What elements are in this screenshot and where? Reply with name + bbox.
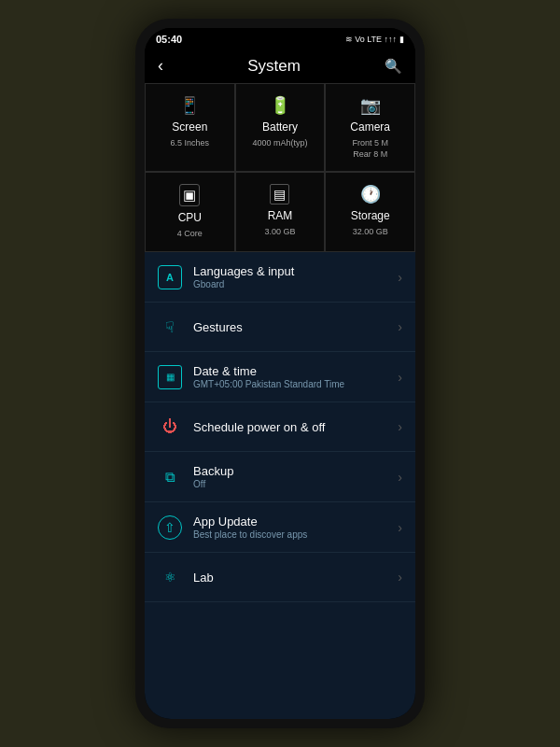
menu-item-datetime[interactable]: ▦ Date & time GMT+05:00 Pakistan Standar… (145, 352, 415, 402)
cpu-title: CPU (178, 211, 202, 224)
screen-title: Screen (172, 120, 207, 134)
screen-value: 6.5 Inches (171, 138, 210, 149)
info-cell-storage[interactable]: 🕐 Storage 32.00 GB (325, 172, 415, 252)
datetime-chevron: › (398, 370, 402, 385)
menu-item-languages[interactable]: A Languages & input Gboard › (145, 252, 415, 303)
menu-item-appupdate[interactable]: ⇧ App Update Best place to discover apps… (145, 502, 415, 553)
battery-value: 4000 mAh(typ) (252, 138, 307, 149)
phone-screen: 05:40 ≋ Vo LTE ↑↑↑ ▮ ‹ System 🔍 📱 Screen… (145, 28, 415, 719)
camera-title: Camera (350, 120, 390, 134)
ram-title: RAM (268, 209, 293, 222)
info-grid: 📱 Screen 6.5 Inches 🔋 Battery 4000 mAh(t… (145, 83, 415, 252)
status-icons: ≋ Vo LTE ↑↑↑ ▮ (345, 35, 404, 44)
notch (272, 28, 288, 45)
schedulepower-chevron: › (398, 419, 402, 434)
status-signal: ≋ Vo LTE ↑↑↑ (345, 35, 397, 44)
languages-title: Languages & input (193, 264, 398, 278)
schedulepower-content: Schedule power on & off (193, 420, 398, 434)
lab-chevron: › (398, 570, 402, 585)
phone-frame: 05:40 ≋ Vo LTE ↑↑↑ ▮ ‹ System 🔍 📱 Screen… (135, 19, 425, 728)
storage-icon: 🕐 (360, 184, 381, 204)
appupdate-title: App Update (193, 514, 398, 529)
backup-title: Backup (193, 464, 398, 478)
menu-item-gestures[interactable]: ☟ Gestures › (145, 303, 415, 352)
info-cell-cpu[interactable]: ▣ CPU 4 Core (145, 172, 235, 252)
appupdate-chevron: › (398, 520, 402, 535)
cpu-value: 4 Core (177, 229, 203, 240)
lab-title: Lab (193, 571, 398, 585)
battery-icon: ▮ (399, 35, 404, 44)
datetime-icon: ▦ (158, 365, 182, 389)
ram-value: 3.00 GB (264, 227, 295, 238)
datetime-sub: GMT+05:00 Pakistan Standard Time (193, 379, 398, 389)
screen-icon: 📱 (179, 95, 200, 116)
search-icon[interactable]: 🔍 (385, 58, 402, 75)
menu-list: A Languages & input Gboard › ☟ Gestures … (145, 252, 415, 719)
camera-icon: 📷 (360, 95, 381, 116)
info-cell-screen[interactable]: 📱 Screen 6.5 Inches (145, 83, 235, 172)
lab-icon: ⚛ (158, 565, 182, 589)
languages-chevron: › (398, 270, 402, 285)
gestures-icon: ☟ (158, 315, 182, 339)
ram-icon: ▤ (270, 184, 289, 204)
backup-icon: ⧉ (158, 465, 182, 489)
languages-sub: Gboard (193, 279, 398, 289)
backup-chevron: › (398, 470, 402, 485)
languages-content: Languages & input Gboard (193, 264, 398, 289)
backup-sub: Off (193, 479, 398, 489)
menu-item-backup[interactable]: ⧉ Backup Off › (145, 452, 415, 502)
gestures-chevron: › (398, 319, 402, 334)
battery-title: Battery (262, 120, 298, 134)
header: ‹ System 🔍 (145, 49, 415, 83)
schedulepower-title: Schedule power on & off (193, 420, 398, 434)
gestures-title: Gestures (193, 320, 398, 334)
battery-info-icon: 🔋 (270, 95, 290, 116)
page-title: System (163, 57, 385, 76)
schedulepower-icon: ⏻ (158, 415, 182, 439)
languages-icon: A (158, 265, 182, 289)
appupdate-sub: Best place to discover apps (193, 529, 398, 540)
storage-title: Storage (351, 209, 390, 222)
backup-content: Backup Off (193, 464, 398, 489)
menu-item-schedulepower[interactable]: ⏻ Schedule power on & off › (145, 402, 415, 452)
datetime-title: Date & time (193, 364, 398, 378)
cpu-icon: ▣ (179, 184, 200, 206)
appupdate-content: App Update Best place to discover apps (193, 514, 398, 540)
appupdate-icon: ⇧ (158, 515, 182, 540)
info-cell-battery[interactable]: 🔋 Battery 4000 mAh(typ) (235, 83, 326, 172)
menu-item-lab[interactable]: ⚛ Lab › (145, 553, 415, 602)
info-cell-camera[interactable]: 📷 Camera Front 5 MRear 8 M (325, 83, 415, 172)
storage-value: 32.00 GB (353, 227, 388, 238)
camera-value: Front 5 MRear 8 M (352, 138, 388, 160)
gestures-content: Gestures (193, 320, 398, 334)
lab-content: Lab (193, 571, 398, 585)
status-time: 05:40 (156, 34, 182, 45)
info-cell-ram[interactable]: ▤ RAM 3.00 GB (235, 172, 326, 252)
datetime-content: Date & time GMT+05:00 Pakistan Standard … (193, 364, 398, 389)
